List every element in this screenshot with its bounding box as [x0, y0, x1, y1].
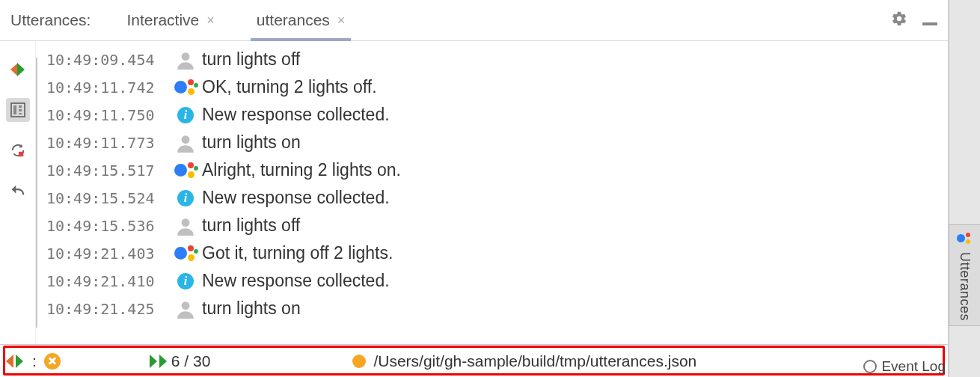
- event-log-button[interactable]: Event Log: [863, 356, 946, 377]
- tabs: Interactive × utterances ×: [120, 0, 351, 40]
- user-icon: [169, 50, 202, 70]
- fast-forward-icon[interactable]: 6 / 30: [150, 352, 211, 370]
- log-message: New response collected.: [202, 271, 390, 291]
- timestamp: 10:49:11.750: [42, 106, 169, 124]
- log-row[interactable]: 10:49:15.517Alright, turning 2 lights on…: [42, 156, 948, 184]
- svg-point-8: [182, 135, 190, 144]
- svg-point-9: [182, 218, 190, 227]
- assistant-icon: [169, 79, 202, 96]
- timestamp: 10:49:09.454: [42, 51, 169, 69]
- svg-point-7: [182, 52, 190, 61]
- colon-label: :: [32, 352, 37, 370]
- file-path: /Users/git/gh-sample/build/tmp/utterance…: [373, 352, 696, 370]
- log-message: New response collected.: [202, 105, 390, 125]
- assistant-icon: [169, 245, 202, 263]
- log-row[interactable]: 10:49:15.536turn lights off: [42, 212, 948, 239]
- log-message: turn lights off: [202, 215, 300, 236]
- log-row[interactable]: 10:49:11.750iNew response collected.: [42, 101, 948, 129]
- log-message: OK, turning 2 lights off.: [202, 77, 377, 97]
- info-icon: i: [169, 190, 202, 206]
- assistant-icon: [957, 233, 973, 246]
- user-icon: [169, 299, 202, 319]
- file-indicator: /Users/git/gh-sample/build/tmp/utterance…: [352, 352, 696, 370]
- event-log-label: Event Log: [881, 358, 946, 375]
- status-bar: : 6 / 30 /Users/git/gh-sample/build/tmp/…: [0, 344, 948, 377]
- play-indicator-icon[interactable]: [6, 355, 23, 368]
- right-sidebar: Utterances: [949, 0, 980, 377]
- timestamp: 10:49:15.536: [42, 217, 169, 235]
- log-view[interactable]: 10:49:09.454turn lights off10:49:11.742O…: [42, 41, 948, 344]
- user-icon: [169, 133, 202, 153]
- tab-interactive[interactable]: Interactive ×: [120, 0, 220, 40]
- log-row[interactable]: 10:49:15.524iNew response collected.: [42, 184, 948, 212]
- panel-header: Utterances: Interactive × utterances ×: [0, 0, 948, 41]
- event-log-icon: [863, 360, 877, 373]
- svg-rect-6: [18, 152, 22, 156]
- log-message: New response collected.: [202, 188, 390, 208]
- svg-rect-1: [11, 103, 25, 117]
- left-toolbar: [0, 41, 36, 344]
- log-row[interactable]: 10:49:11.742OK, turning 2 lights off.: [42, 73, 948, 101]
- gear-icon[interactable]: [891, 10, 907, 31]
- svg-rect-4: [19, 109, 22, 111]
- user-icon: [169, 216, 202, 236]
- tab-label: utterances: [257, 11, 330, 29]
- info-icon: i: [169, 107, 202, 123]
- svg-point-10: [182, 301, 190, 310]
- layout-button[interactable]: [6, 98, 30, 122]
- panel-title: Utterances:: [10, 11, 91, 29]
- timestamp: 10:49:11.773: [42, 134, 169, 152]
- log-row[interactable]: 10:49:21.425turn lights on: [42, 295, 948, 322]
- close-icon[interactable]: ×: [337, 13, 346, 28]
- timestamp: 10:49:21.410: [42, 272, 169, 290]
- log-row[interactable]: 10:49:21.403Got it, turning off 2 lights…: [42, 239, 948, 267]
- timestamp: 10:49:15.517: [42, 162, 169, 180]
- log-message: Got it, turning off 2 lights.: [202, 243, 393, 263]
- timestamp: 10:49:15.524: [42, 189, 169, 207]
- log-row[interactable]: 10:49:09.454turn lights off: [42, 46, 948, 73]
- timestamp: 10:49:21.403: [42, 245, 169, 263]
- log-row[interactable]: 10:49:11.773turn lights on: [42, 129, 948, 156]
- log-message: turn lights on: [202, 132, 301, 153]
- modified-dot-icon: [352, 355, 366, 368]
- svg-rect-0: [922, 22, 937, 25]
- timestamp: 10:49:11.742: [42, 79, 169, 96]
- progress-counter: 6 / 30: [171, 352, 211, 370]
- rerun-button[interactable]: [6, 138, 30, 162]
- sidebar-tab-label: Utterances: [957, 252, 973, 321]
- info-icon: i: [169, 273, 202, 289]
- minimize-icon[interactable]: [922, 11, 937, 29]
- cancel-icon[interactable]: [44, 353, 61, 370]
- step-toggle-button[interactable]: [6, 58, 30, 82]
- tab-label: Interactive: [126, 11, 199, 29]
- assistant-icon: [169, 162, 202, 180]
- tab-utterances[interactable]: utterances ×: [251, 0, 352, 40]
- sidebar-tab-utterances[interactable]: Utterances: [949, 224, 980, 326]
- log-message: turn lights off: [202, 49, 300, 70]
- undo-button[interactable]: [6, 179, 30, 203]
- svg-rect-5: [19, 113, 22, 114]
- timestamp: 10:49:21.425: [42, 300, 169, 318]
- log-message: Alright, turning 2 lights on.: [202, 160, 401, 180]
- svg-rect-3: [19, 105, 22, 108]
- log-message: turn lights on: [202, 298, 301, 319]
- close-icon[interactable]: ×: [206, 13, 215, 28]
- svg-rect-2: [13, 105, 16, 114]
- log-row[interactable]: 10:49:21.410iNew response collected.: [42, 267, 948, 295]
